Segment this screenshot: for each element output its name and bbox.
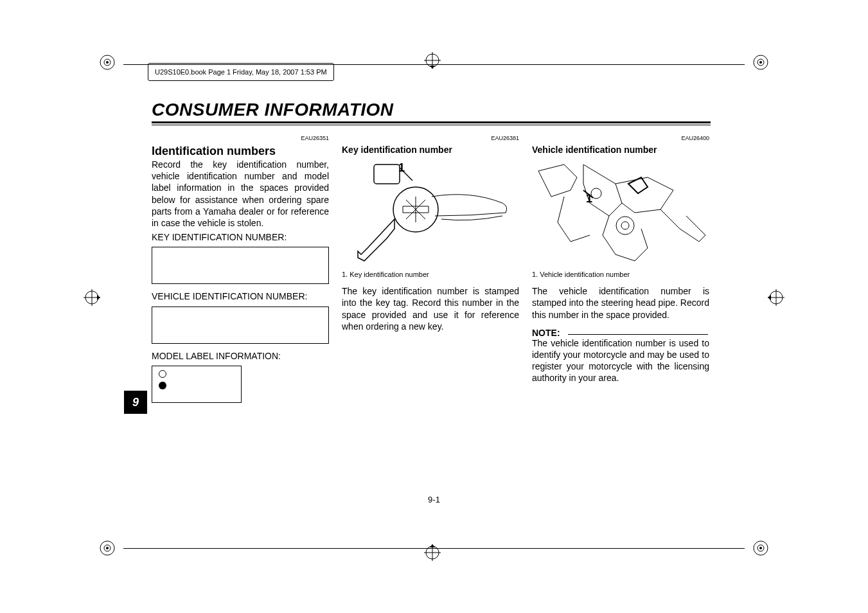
title-rule-thick (152, 121, 711, 123)
model-label-box (152, 366, 242, 403)
crop-mark-br (743, 530, 768, 558)
heading-identification: Identification numbers (152, 144, 329, 159)
registration-mark-top (424, 52, 441, 69)
svg-point-8 (106, 547, 109, 549)
book-header: U29S10E0.book Page 1 Friday, May 18, 200… (148, 63, 334, 81)
label-vin: VEHICLE IDENTIFICATION NUMBER: (152, 290, 329, 302)
figure-key: 1 (342, 158, 519, 267)
figure-vin: 1 (532, 158, 709, 267)
figure-callout-key: 1 (398, 161, 405, 175)
svg-marker-19 (768, 295, 771, 300)
heading-key-id: Key identification number (342, 144, 519, 155)
circle-filled-icon (159, 382, 166, 389)
registration-mark-right (768, 289, 784, 306)
column-3: EAU26400 Vehicle identification number 1… (532, 135, 709, 403)
crop-mark-bl (100, 530, 125, 558)
refcode-1: EAU26351 (152, 135, 329, 143)
column-1: EAU26351 Identification numbers Record t… (152, 135, 329, 403)
vin-box (152, 306, 329, 344)
column-2: EAU26381 Key identification number 1 (342, 135, 519, 403)
chapter-title: CONSUMER INFORMATION (152, 100, 711, 120)
svg-marker-23 (430, 66, 435, 69)
note-label: NOTE: (532, 328, 560, 338)
title-rule-thin (152, 125, 711, 125)
note-rule (568, 334, 708, 335)
heading-vin: Vehicle identification number (532, 144, 709, 155)
svg-point-35 (616, 217, 634, 235)
refcode-2: EAU26381 (342, 135, 519, 143)
svg-point-36 (621, 222, 629, 229)
book-info-text: U29S10E0.book Page 1 Friday, May 18, 200… (155, 68, 327, 76)
svg-marker-15 (97, 295, 100, 300)
chapter-tab-number: 9 (132, 396, 139, 409)
frame-line-bottom (123, 548, 745, 549)
note-body: The vehicle identification number is use… (532, 337, 709, 384)
circle-open-icon (159, 370, 166, 378)
svg-point-11 (759, 547, 762, 549)
crop-mark-tl (100, 55, 125, 83)
refcode-3: EAU26400 (532, 135, 709, 143)
figure-callout-vin: 1 (586, 191, 592, 206)
crop-mark-tr (743, 55, 768, 83)
svg-marker-27 (430, 544, 435, 547)
label-key-id: KEY IDENTIFICATION NUMBER: (152, 231, 329, 243)
registration-mark-bottom (424, 544, 441, 561)
body-col2: The key identification number is stamped… (342, 285, 519, 332)
page-number: 9-1 (0, 495, 868, 504)
label-model: MODEL LABEL INFORMATION: (152, 350, 329, 362)
svg-point-2 (106, 61, 109, 64)
key-id-box (152, 247, 329, 284)
body-col3: The vehicle identification number is sta… (532, 285, 709, 321)
caption-vin: 1. Vehicle identification number (532, 270, 709, 279)
registration-mark-left (84, 289, 100, 306)
body-col1: Record the key identification number, ve… (152, 159, 329, 229)
chapter-tab: 9 (124, 391, 147, 414)
caption-key: 1. Key identification number (342, 270, 519, 279)
svg-rect-28 (374, 164, 400, 184)
svg-point-5 (759, 61, 762, 64)
